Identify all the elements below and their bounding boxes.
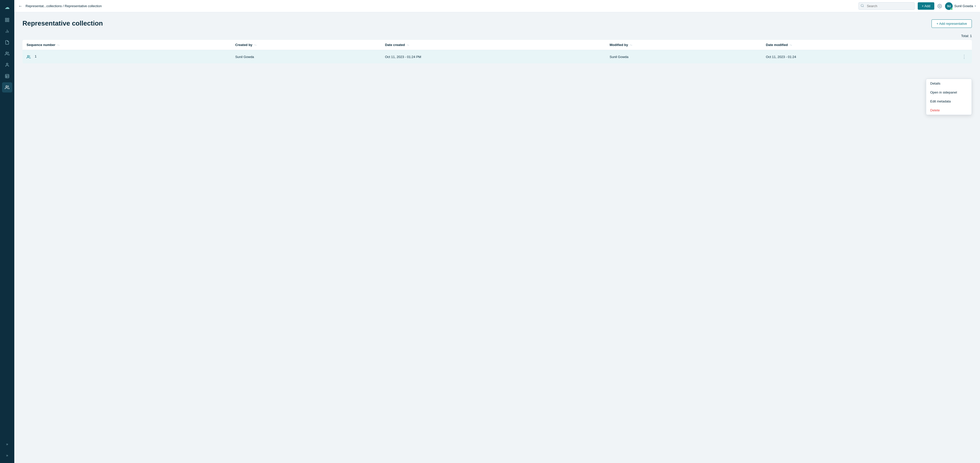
breadcrumb: Representat...collections / Representati… <box>25 4 102 8</box>
add-representative-label: + Add representative <box>936 22 967 26</box>
context-menu: Details Open in sidepanel Edit metadata … <box>926 79 972 115</box>
sort-arrows-modified[interactable]: ↑↓ <box>630 44 632 46</box>
svg-point-8 <box>6 63 8 65</box>
svg-point-7 <box>6 52 7 53</box>
context-menu-delete[interactable]: Delete <box>926 106 972 115</box>
cell-date-modified: Oct 11, 2023 - 01:24 <box>762 50 956 64</box>
gear-icon[interactable] <box>937 4 942 8</box>
user-menu[interactable]: SU Sunil Gowda ▾ <box>945 2 976 10</box>
col-date-created-label: Date created <box>385 43 405 47</box>
row-actions-button[interactable]: ⋮ <box>961 53 968 60</box>
data-table: Sequence number ↑↓ Created by ↑↓ Date cr… <box>22 40 972 64</box>
col-sequence-label: Sequence number <box>27 43 56 47</box>
user-name: Sunil Gowda <box>954 4 973 8</box>
svg-rect-9 <box>5 74 9 78</box>
add-representative-button[interactable]: + Add representative <box>932 19 972 28</box>
table-total: Total: 1 <box>22 34 972 38</box>
row-representative-icon <box>27 54 33 59</box>
col-created-by[interactable]: Created by ↑↓ <box>231 40 381 50</box>
sidebar-item-person[interactable] <box>2 60 12 70</box>
sidebar-collapse-bottom[interactable]: » <box>2 439 12 449</box>
sidebar-logo: ☁ <box>3 3 12 12</box>
sidebar-item-dashboard[interactable] <box>2 15 12 25</box>
col-date-created[interactable]: Date created ↑↓ <box>381 40 606 50</box>
context-menu-details[interactable]: Details <box>926 79 972 88</box>
sidebar-expand[interactable]: » <box>2 450 12 460</box>
context-menu-open-sidepanel[interactable]: Open in sidepanel <box>926 88 972 97</box>
page-header: Representative collection + Add represen… <box>22 19 972 28</box>
search-icon <box>861 4 864 8</box>
sidebar-item-users[interactable] <box>2 49 12 59</box>
online-indicator <box>951 8 953 10</box>
svg-rect-1 <box>8 18 9 19</box>
sort-arrows-created[interactable]: ↑↓ <box>254 44 256 46</box>
search-container <box>859 2 915 10</box>
col-modified-label: Modified by <box>609 43 628 47</box>
sort-arrows-date-created[interactable]: ↑↓ <box>407 44 409 46</box>
svg-point-14 <box>861 4 863 6</box>
col-date-modified-label: Date modified <box>766 43 788 47</box>
col-created-label: Created by <box>235 43 252 47</box>
sidebar-item-representative[interactable] <box>2 82 12 93</box>
svg-rect-3 <box>8 21 9 22</box>
back-button[interactable]: ← <box>18 4 22 8</box>
add-button[interactable]: + Add <box>918 2 935 10</box>
sort-arrows-date-modified[interactable]: ↑↓ <box>790 44 792 46</box>
svg-point-17 <box>27 56 29 57</box>
search-input[interactable] <box>859 2 915 10</box>
svg-point-16 <box>939 5 940 6</box>
col-date-modified[interactable]: Date modified ↑↓ <box>762 40 956 50</box>
cell-row-actions[interactable]: ⋮ <box>956 50 972 64</box>
cell-sequence: 1 <box>22 50 231 64</box>
chevron-down-icon: ▾ <box>975 5 976 7</box>
cell-created-by: Sunil Gowda <box>231 50 381 64</box>
sidebar-item-table[interactable] <box>2 71 12 81</box>
page-title: Representative collection <box>22 19 103 27</box>
col-actions <box>956 40 972 50</box>
svg-line-15 <box>863 6 864 7</box>
table-header-row: Sequence number ↑↓ Created by ↑↓ Date cr… <box>22 40 972 50</box>
table-row[interactable]: 1 Sunil Gowda Oct 11, 2023 - 01:24 PM Su… <box>22 50 972 64</box>
add-button-label: + Add <box>922 4 931 8</box>
col-sequence-number[interactable]: Sequence number ↑↓ <box>22 40 231 50</box>
sidebar: ☁ » » <box>0 0 14 463</box>
sidebar-item-documents[interactable] <box>2 37 12 48</box>
svg-rect-0 <box>5 18 6 19</box>
topbar: ← Representat...collections / Representa… <box>14 0 980 12</box>
context-menu-edit-metadata[interactable]: Edit metadata <box>926 97 972 106</box>
main-wrapper: ← Representat...collections / Representa… <box>14 0 980 463</box>
sidebar-item-analytics[interactable] <box>2 26 12 36</box>
sort-arrows-sequence[interactable]: ↑↓ <box>57 44 59 46</box>
cell-modified-by: Sunil Gowda <box>606 50 762 64</box>
page-content: Representative collection + Add represen… <box>14 12 980 463</box>
svg-point-13 <box>6 86 7 87</box>
avatar: SU <box>945 2 953 10</box>
col-modified-by[interactable]: Modified by ↑↓ <box>606 40 762 50</box>
back-icon: ← <box>18 4 22 8</box>
svg-rect-2 <box>5 21 6 22</box>
cell-date-created: Oct 11, 2023 - 01:24 PM <box>381 50 606 64</box>
